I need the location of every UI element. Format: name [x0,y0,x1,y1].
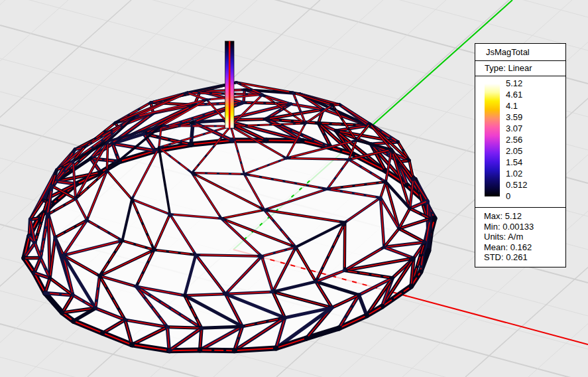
legend-stat-line: Max: 5.12 [484,211,563,222]
strut-wire-edge [333,105,339,106]
strut-wire-edge [172,350,198,351]
legend-colorbar-section: 5.124.614.13.593.072.562.051.541.020.512… [475,76,565,208]
legend-stat-line: STD: 0.261 [484,252,563,263]
legend-stat-line: Min: 0.00133 [484,222,563,232]
colorbar-tick-label: 4.61 [506,90,522,100]
strut-wire-edge [202,350,232,351]
colorbar-tick-label: 1.54 [506,158,522,167]
colorbar-tick-label: 0 [506,192,510,201]
dome-strut [202,327,243,328]
colorbar-tick-label: 4.1 [506,102,518,111]
colorbar-tick-label: 5.12 [506,79,522,88]
colorbar-tick-label: 3.59 [506,113,522,122]
colorbar-tick-label: 2.56 [506,135,522,145]
colorbar-gradient [485,84,500,196]
monopole-antenna [225,41,235,129]
legend-stat-line: Units: A/m [484,232,563,242]
legend-scale-type: Type: Linear [475,61,565,76]
simulation-3d-view-window: JsMagTotal Type: Linear 5.124.614.13.593… [0,0,588,377]
colorbar-tick-label: 1.02 [506,169,522,179]
legend-stat-line: Mean: 0.162 [484,242,563,253]
strut-wire-edge [345,226,345,267]
legend-statistics: Max: 5.12Min: 0.00133Units: A/mMean: 0.1… [475,208,565,267]
colorbar-tick-label: 0.512 [506,181,528,190]
colorbar-tick-label: 2.05 [506,147,522,156]
legend-quantity-title: JsMagTotal [475,44,565,61]
results-legend: JsMagTotal Type: Linear 5.124.614.13.593… [475,43,566,267]
colorbar-tick-label: 3.07 [506,124,522,133]
